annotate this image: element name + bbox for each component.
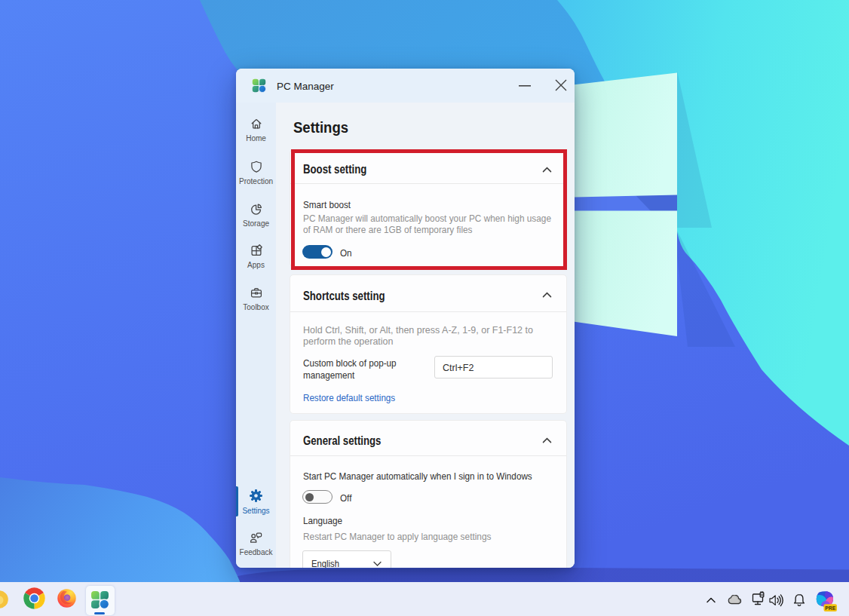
svg-text:PRE: PRE: [825, 605, 835, 610]
